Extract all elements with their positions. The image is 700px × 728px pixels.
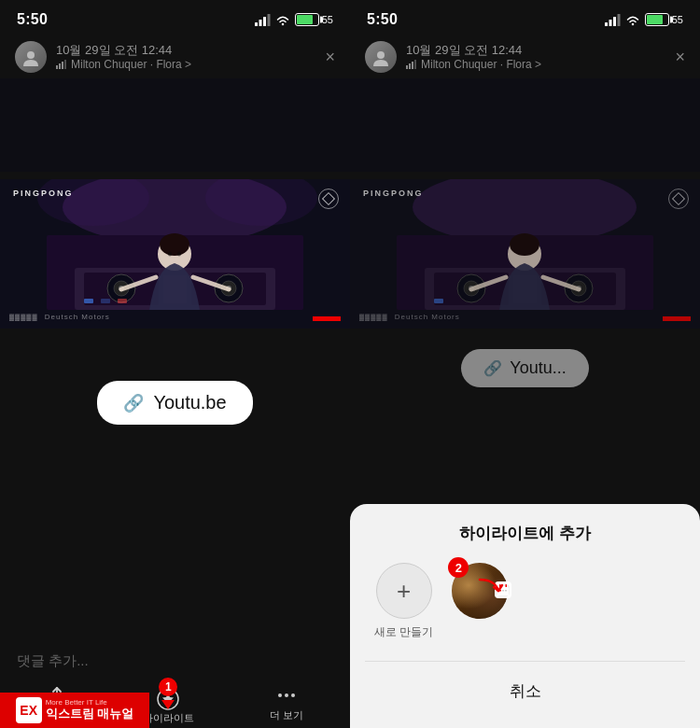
left-video-bg bbox=[0, 179, 350, 329]
left-notification-header: 10월 29일 오전 12:44 Milton Chuquer · Flora … bbox=[0, 35, 350, 78]
svg-point-39 bbox=[377, 51, 385, 59]
left-notif-sender: Milton Chuquer · Flora > bbox=[56, 58, 315, 71]
highlight-with-badge: 1 하이라이트 bbox=[143, 683, 194, 725]
wifi-icon bbox=[275, 14, 290, 26]
left-dark-area bbox=[0, 78, 350, 172]
right-video-badge bbox=[668, 189, 689, 209]
svg-point-25 bbox=[160, 233, 189, 256]
arrow-down-indicator bbox=[161, 696, 175, 713]
right-signal-icon bbox=[605, 14, 621, 26]
right-video-bg bbox=[350, 179, 700, 329]
logo-text-block: More Better IT Life 익스트림 매뉴얼 bbox=[46, 699, 134, 721]
svg-rect-1 bbox=[259, 20, 261, 26]
cancel-divider bbox=[365, 661, 685, 662]
circle-plus-icon[interactable]: + bbox=[376, 563, 432, 619]
right-close-button[interactable]: × bbox=[675, 48, 685, 67]
existing-highlight[interactable]: 2 bbox=[452, 563, 508, 619]
left-time: 5:50 bbox=[17, 11, 48, 28]
left-close-button[interactable]: × bbox=[325, 48, 335, 67]
logo-ex-text: EX bbox=[20, 703, 37, 718]
left-notif-info: 10월 29일 오전 12:44 Milton Chuquer · Flora … bbox=[56, 43, 315, 72]
new-highlight-button[interactable]: + 새로 만들기 bbox=[374, 563, 433, 640]
svg-rect-29 bbox=[101, 299, 110, 303]
right-youtu-partial-text: Youtu... bbox=[510, 358, 566, 378]
svg-point-26 bbox=[168, 252, 172, 257]
svg-rect-37 bbox=[613, 17, 616, 26]
svg-rect-28 bbox=[84, 299, 93, 303]
svg-rect-0 bbox=[255, 22, 258, 26]
signal-icon bbox=[255, 14, 271, 26]
sheet-options: + 새로 만들기 2 bbox=[365, 563, 685, 640]
link-icon: 🔗 bbox=[123, 393, 144, 413]
sheet-title: 하이라이트에 추가 bbox=[365, 523, 685, 544]
signal-small-icon bbox=[56, 60, 67, 69]
left-status-icons: 55 bbox=[255, 13, 333, 26]
right-notif-info: 10월 29일 오전 12:44 Milton Chuquer · Flora … bbox=[406, 43, 665, 72]
dj-scene-svg bbox=[0, 179, 350, 329]
right-pingpong-logo: PINGPONG bbox=[363, 189, 424, 198]
right-panel: 5:50 55 10월 29일 오전 12:44 bbox=[350, 0, 700, 728]
svg-point-58 bbox=[510, 233, 539, 256]
svg-rect-7 bbox=[62, 62, 63, 69]
video-diamond-badge bbox=[318, 189, 339, 209]
svg-rect-63 bbox=[506, 584, 508, 587]
video-red-bar bbox=[313, 316, 341, 321]
right-youtu-button-partial: 🔗 Youtu... bbox=[461, 349, 588, 387]
svg-rect-36 bbox=[609, 20, 611, 26]
right-battery-level: 55 bbox=[672, 14, 683, 25]
bottom-sheet: 하이라이트에 추가 + 새로 만들기 2 bbox=[350, 504, 700, 728]
youtu-label: Youtu.be bbox=[153, 392, 226, 413]
svg-rect-43 bbox=[414, 60, 416, 69]
svg-rect-6 bbox=[59, 63, 61, 69]
svg-point-27 bbox=[177, 252, 181, 257]
svg-rect-2 bbox=[263, 17, 266, 26]
svg-rect-5 bbox=[56, 65, 58, 69]
right-signal-small-icon bbox=[406, 60, 417, 69]
right-avatar bbox=[365, 41, 397, 73]
right-video-thumb: PINGPONG ▓▓▓▓▓ Deutsch Motors bbox=[350, 179, 700, 329]
arrow-indicator bbox=[478, 578, 504, 602]
right-status-icons: 55 bbox=[605, 13, 683, 26]
more-button[interactable]: 더 보기 bbox=[270, 685, 303, 722]
left-video-thumb[interactable]: PINGPONG ▓▓▓▓▓ Deutsch Motors bbox=[0, 179, 350, 329]
comment-placeholder[interactable]: 댓글 추가... bbox=[17, 652, 89, 668]
svg-rect-42 bbox=[412, 62, 413, 69]
right-link-icon: 🔗 bbox=[483, 359, 502, 377]
svg-rect-59 bbox=[434, 299, 443, 303]
cancel-button[interactable]: 취소 bbox=[365, 673, 685, 709]
new-highlight-label: 새로 만들기 bbox=[374, 624, 433, 640]
highlight-label: 하이라이트 bbox=[143, 711, 194, 725]
left-status-bar: 5:50 55 bbox=[0, 0, 350, 35]
more-label: 더 보기 bbox=[270, 708, 303, 722]
svg-rect-3 bbox=[267, 14, 270, 26]
highlight-button[interactable]: 1 하이라이트 bbox=[143, 683, 194, 725]
left-comment-bar: 댓글 추가... bbox=[0, 643, 350, 679]
logo-watermark: EX More Better IT Life 익스트림 매뉴얼 bbox=[0, 693, 149, 728]
pingpong-logo: PINGPONG bbox=[13, 189, 74, 198]
svg-rect-40 bbox=[406, 65, 408, 69]
youtu-button[interactable]: 🔗 Youtu.be bbox=[97, 381, 252, 425]
right-notif-sender: Milton Chuquer · Flora > bbox=[406, 58, 665, 71]
right-dark-area bbox=[350, 78, 700, 172]
logo-main-name: 익스트림 매뉴얼 bbox=[46, 707, 134, 721]
youtu-button-container: 🔗 Youtu.be bbox=[0, 355, 350, 425]
right-notif-date: 10월 29일 오전 12:44 bbox=[406, 43, 665, 59]
right-video-watermark: ▓▓▓▓▓ Deutsch Motors bbox=[359, 313, 460, 321]
svg-rect-35 bbox=[605, 22, 608, 26]
right-time: 5:50 bbox=[367, 11, 398, 28]
more-icon bbox=[276, 685, 297, 706]
left-panel: 5:50 55 10월 bbox=[0, 0, 350, 728]
svg-rect-38 bbox=[617, 14, 620, 26]
svg-rect-41 bbox=[409, 63, 411, 69]
battery-level: 55 bbox=[322, 14, 333, 25]
svg-rect-66 bbox=[505, 590, 507, 592]
arrow-svg bbox=[478, 578, 504, 598]
right-youtu-partial: 🔗 Youtu... bbox=[350, 349, 700, 387]
highlight-red-badge: 1 bbox=[159, 678, 177, 696]
right-notification-header: 10월 29일 오전 12:44 Milton Chuquer · Flora … bbox=[350, 35, 700, 78]
svg-point-4 bbox=[27, 51, 35, 59]
svg-point-33 bbox=[285, 693, 288, 697]
right-dj-scene-svg bbox=[350, 179, 700, 329]
svg-point-34 bbox=[291, 693, 295, 697]
video-watermark: ▓▓▓▓▓ Deutsch Motors bbox=[9, 313, 110, 321]
